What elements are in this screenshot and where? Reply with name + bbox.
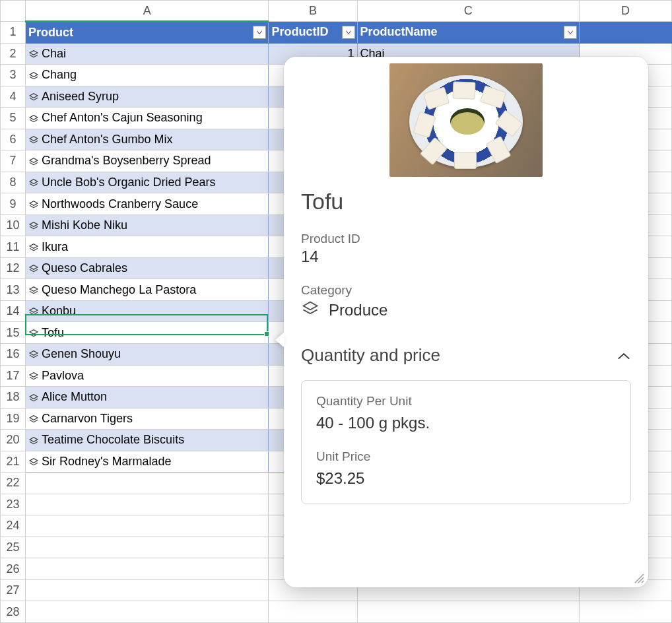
product-name: Chef Anton's Cajun Seasoning xyxy=(42,111,203,124)
cell[interactable]: Konbu xyxy=(26,300,269,322)
cell[interactable]: Aniseed Syrup xyxy=(26,86,269,108)
product-name: Mishi Kobe Niku xyxy=(42,218,127,232)
cell[interactable] xyxy=(26,537,269,558)
row-header[interactable]: 16 xyxy=(1,343,26,365)
row-header[interactable]: 1 xyxy=(1,22,26,44)
filter-button-productname[interactable] xyxy=(564,26,577,39)
cell[interactable] xyxy=(26,494,269,515)
cell[interactable]: Sir Rodney's Marmalade xyxy=(26,451,269,473)
row-header[interactable]: 2 xyxy=(1,43,26,65)
product-name: Teatime Chocolate Biscuits xyxy=(42,433,184,446)
row-header[interactable]: 17 xyxy=(1,365,26,387)
cell[interactable] xyxy=(26,515,269,537)
cell[interactable]: Teatime Chocolate Biscuits xyxy=(26,430,269,451)
col-header-C[interactable]: C xyxy=(357,1,579,22)
row-header[interactable]: 3 xyxy=(1,65,26,86)
card-category-label: Category xyxy=(301,283,631,298)
cell[interactable] xyxy=(357,601,579,623)
cell[interactable]: Chai xyxy=(26,43,269,65)
card-section-title: Quantity and price xyxy=(301,345,440,366)
filter-button-productid[interactable] xyxy=(342,26,355,39)
cell[interactable]: Chef Anton's Gumbo Mix xyxy=(26,129,269,150)
cell[interactable]: Alice Mutton xyxy=(26,387,269,409)
filter-button-product[interactable] xyxy=(253,26,266,39)
card-productid-value: 14 xyxy=(301,247,631,266)
price-label: Unit Price xyxy=(316,449,616,464)
row-header[interactable]: 22 xyxy=(1,473,26,494)
row-header[interactable]: 23 xyxy=(1,494,26,515)
linked-record-icon xyxy=(28,436,39,446)
qty-value: 40 - 100 g pkgs. xyxy=(316,414,616,432)
cell[interactable]: Queso Cabrales xyxy=(26,257,269,279)
row-header[interactable]: 4 xyxy=(1,86,26,108)
product-name: Aniseed Syrup xyxy=(42,90,119,103)
product-name: Sir Rodney's Marmalade xyxy=(42,455,172,468)
row-header[interactable]: 18 xyxy=(1,387,26,409)
linked-record-icon xyxy=(28,263,39,274)
linked-record-icon xyxy=(28,457,39,467)
cell[interactable] xyxy=(26,601,269,623)
col-header-B[interactable]: B xyxy=(269,1,357,22)
cell[interactable] xyxy=(269,601,357,623)
linked-record-icon xyxy=(28,199,39,210)
row-header[interactable]: 19 xyxy=(1,408,26,430)
row-header[interactable]: 7 xyxy=(1,150,26,172)
row-header[interactable]: 8 xyxy=(1,172,26,193)
cell[interactable]: Northwoods Cranberry Sauce xyxy=(26,193,269,215)
row-header[interactable]: 26 xyxy=(1,558,26,580)
row-header[interactable]: 9 xyxy=(1,193,26,215)
cell[interactable]: ProductName xyxy=(357,22,579,44)
row-header[interactable]: 14 xyxy=(1,300,26,322)
cell[interactable] xyxy=(26,558,269,580)
product-name: Chef Anton's Gumbo Mix xyxy=(42,133,173,146)
col-header-D[interactable]: D xyxy=(579,1,671,22)
cell[interactable]: Pavlova xyxy=(26,365,269,387)
price-value: $23.25 xyxy=(316,469,616,488)
card-section-toggle[interactable]: Quantity and price xyxy=(301,345,631,366)
col-header-A[interactable]: A xyxy=(26,1,269,22)
cell[interactable]: Ikura xyxy=(26,236,269,258)
row-header[interactable]: 13 xyxy=(1,279,26,301)
row-header[interactable]: 25 xyxy=(1,537,26,558)
row-header[interactable]: 24 xyxy=(1,515,26,537)
card-category-value[interactable]: Produce xyxy=(329,301,387,319)
row-header[interactable]: 15 xyxy=(1,322,26,344)
cell[interactable]: ProductID xyxy=(269,22,357,44)
product-name: Chang xyxy=(42,68,77,81)
card-resize-handle[interactable] xyxy=(632,572,644,583)
cell[interactable] xyxy=(579,601,671,623)
cell[interactable]: Tofu xyxy=(26,322,269,344)
product-name: Grandma's Boysenberry Spread xyxy=(42,154,211,167)
cell[interactable]: Chef Anton's Cajun Seasoning xyxy=(26,108,269,129)
linked-record-icon xyxy=(28,285,39,296)
cell[interactable]: Queso Manchego La Pastora xyxy=(26,279,269,301)
row-header[interactable]: 21 xyxy=(1,451,26,473)
product-name: Pavlova xyxy=(42,369,84,382)
row-header[interactable]: 20 xyxy=(1,430,26,451)
row-header[interactable]: 6 xyxy=(1,129,26,150)
select-all-corner[interactable] xyxy=(1,1,26,22)
row-header[interactable]: 11 xyxy=(1,236,26,258)
cell[interactable] xyxy=(26,473,269,494)
cell[interactable] xyxy=(26,579,269,601)
card-title: Tofu xyxy=(301,189,631,214)
data-card: Tofu Product ID 14 Category Produce Quan… xyxy=(284,57,648,587)
cell[interactable] xyxy=(579,22,671,44)
product-name: Tofu xyxy=(42,326,64,339)
cell[interactable]: Carnarvon Tigers xyxy=(26,408,269,430)
product-name: Queso Manchego La Pastora xyxy=(42,283,196,296)
cell[interactable]: Genen Shouyu xyxy=(26,343,269,365)
card-callout-pointer xyxy=(275,332,285,348)
product-name: Northwoods Cranberry Sauce xyxy=(42,197,198,211)
cell[interactable]: Chang xyxy=(26,65,269,86)
row-header[interactable]: 10 xyxy=(1,214,26,236)
cell[interactable]: Grandma's Boysenberry Spread xyxy=(26,150,269,172)
row-header[interactable]: 12 xyxy=(1,257,26,279)
linked-record-icon xyxy=(28,349,39,360)
cell[interactable]: Uncle Bob's Organic Dried Pears xyxy=(26,172,269,193)
cell[interactable]: Mishi Kobe Niku xyxy=(26,214,269,236)
row-header[interactable]: 28 xyxy=(1,601,26,623)
row-header[interactable]: 5 xyxy=(1,108,26,129)
row-header[interactable]: 27 xyxy=(1,579,26,601)
cell[interactable]: Product xyxy=(26,22,269,44)
